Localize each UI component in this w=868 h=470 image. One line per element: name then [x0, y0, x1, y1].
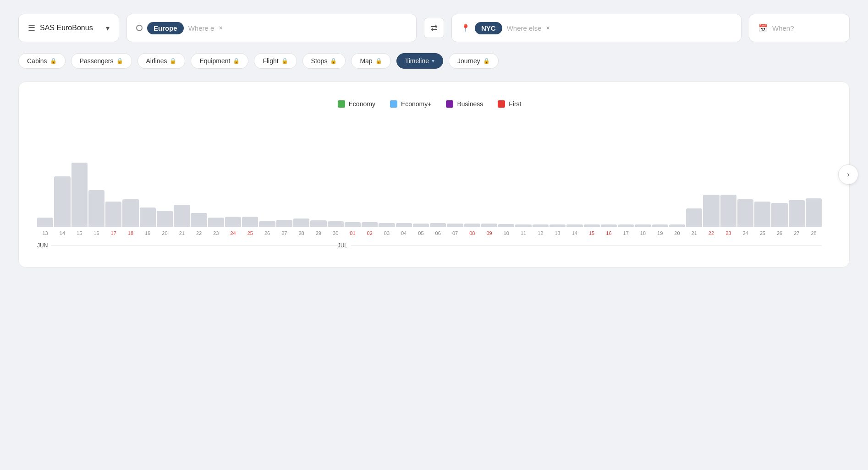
filter-pill-map[interactable]: Map🔒 [351, 53, 390, 69]
bar-col[interactable] [515, 224, 531, 227]
bar-col[interactable] [88, 190, 104, 227]
filter-pill-flight[interactable]: Flight🔒 [254, 53, 297, 69]
bar-col[interactable] [584, 224, 600, 227]
bar-col[interactable] [259, 221, 275, 227]
x-label: 19 [652, 230, 668, 236]
chart-container: EconomyEconomy+BusinessFirst 13141516171… [18, 82, 850, 268]
filter-pill-cabins[interactable]: Cabins🔒 [18, 53, 66, 69]
bar-col[interactable] [652, 224, 668, 227]
when-box[interactable]: 📅 When? [749, 14, 850, 42]
filter-lock-icon: 🔒 [483, 58, 490, 64]
destination-tag[interactable]: NYC [475, 22, 502, 34]
bar-col[interactable] [345, 222, 361, 227]
x-label: 23 [208, 230, 224, 236]
x-label: 20 [157, 230, 173, 236]
bar-col[interactable] [618, 224, 634, 227]
x-label: 08 [464, 230, 480, 236]
bar-col[interactable] [806, 198, 822, 227]
month-labels-row: JUNJUL [37, 242, 822, 249]
bar-col[interactable] [771, 203, 787, 227]
bar-col[interactable] [37, 218, 53, 227]
origin-close-icon[interactable]: × [219, 24, 222, 32]
x-label: 19 [140, 230, 156, 236]
bar-col[interactable] [208, 218, 224, 227]
filter-label: Timeline [405, 57, 429, 65]
bar-col[interactable] [328, 221, 344, 227]
legend-dot-first [498, 100, 505, 108]
filter-pill-equipment[interactable]: Equipment🔒 [191, 53, 248, 69]
bar-col[interactable] [669, 224, 685, 227]
bar-col[interactable] [54, 176, 70, 227]
filter-label: Cabins [27, 57, 47, 65]
filter-lock-icon: 🔒 [116, 58, 123, 64]
x-label: 13 [549, 230, 566, 236]
hamburger-icon: ☰ [28, 23, 35, 33]
legend-item-first: First [498, 100, 521, 108]
bar-col[interactable] [105, 202, 121, 227]
bar-col[interactable] [310, 220, 326, 227]
filter-pill-airlines[interactable]: Airlines🔒 [137, 53, 186, 69]
bar-col[interactable] [379, 223, 395, 227]
bar-col[interactable] [174, 205, 190, 227]
destination-close-icon[interactable]: × [546, 24, 550, 32]
next-button[interactable]: › [838, 164, 858, 185]
bar-col[interactable] [293, 219, 309, 227]
bar-col[interactable] [686, 208, 702, 227]
x-label: 17 [618, 230, 634, 236]
month-section-jul: JUL [338, 242, 822, 249]
bar-col[interactable] [789, 200, 805, 227]
destination-box[interactable]: 📍 NYC Where else × [451, 14, 742, 42]
bar-col[interactable] [533, 224, 549, 227]
bar-col[interactable] [703, 195, 719, 227]
swap-button[interactable]: ⇄ [424, 18, 444, 38]
x-label: 23 [720, 230, 736, 236]
x-label: 10 [498, 230, 514, 236]
x-label: 18 [122, 230, 138, 236]
x-label: 12 [533, 230, 549, 236]
bar-col[interactable] [242, 217, 258, 227]
filter-lock-icon: 🔒 [170, 58, 176, 64]
bar-col[interactable] [276, 220, 292, 227]
x-label: 01 [345, 230, 361, 236]
bar-col[interactable] [481, 224, 497, 227]
bar-col[interactable] [396, 223, 412, 227]
legend-label-business: Business [457, 100, 483, 108]
x-label: 27 [789, 230, 805, 236]
legend-dot-economy-plus [390, 100, 397, 108]
bar-col[interactable] [447, 224, 463, 227]
origin-tag[interactable]: Europe [147, 22, 184, 34]
bar-col[interactable] [737, 199, 753, 227]
filter-pill-journey[interactable]: Journey🔒 [449, 53, 499, 69]
x-axis-labels: 1314151617181920212223242526272829300102… [37, 230, 822, 236]
program-selector[interactable]: ☰ SAS EuroBonus ▾ [18, 14, 119, 42]
bar-col[interactable] [157, 211, 173, 227]
x-label: 22 [703, 230, 719, 236]
bar-col[interactable] [720, 195, 736, 227]
bar-col[interactable] [413, 224, 429, 227]
month-line-jul [338, 246, 822, 246]
bar-col[interactable] [71, 163, 88, 227]
x-label: 17 [105, 230, 121, 236]
x-label: 29 [310, 230, 326, 236]
origin-box[interactable]: Europe Where e × [126, 14, 417, 42]
bar-col[interactable] [635, 224, 651, 227]
bar-col[interactable] [754, 202, 770, 227]
bar-col[interactable] [122, 199, 138, 227]
bar-col[interactable] [191, 213, 207, 227]
x-label: 02 [362, 230, 378, 236]
x-label: 09 [481, 230, 497, 236]
bar-col[interactable] [498, 224, 514, 227]
bar-col[interactable] [225, 217, 241, 227]
bar-col[interactable] [140, 208, 156, 227]
filter-pill-passengers[interactable]: Passengers🔒 [71, 53, 132, 69]
bar-col[interactable] [566, 224, 582, 227]
destination-loc-icon: 📍 [461, 24, 470, 33]
bar-col[interactable] [601, 224, 617, 227]
bar-col[interactable] [430, 223, 446, 227]
filter-pill-stops[interactable]: Stops🔒 [302, 53, 346, 69]
bar-col[interactable] [464, 224, 480, 227]
x-label: 21 [686, 230, 702, 236]
filter-pill-timeline[interactable]: Timeline▾ [396, 53, 443, 69]
bar-col[interactable] [549, 224, 566, 227]
bar-col[interactable] [362, 222, 378, 227]
